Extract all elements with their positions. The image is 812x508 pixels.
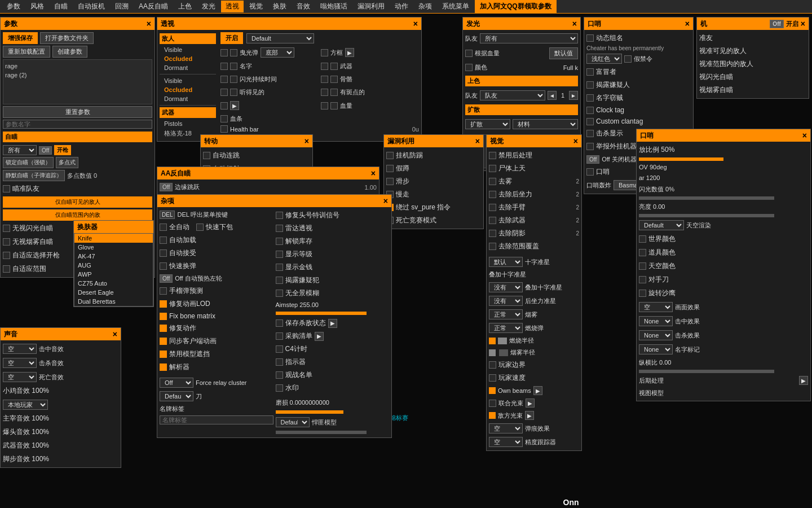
cb-removerange[interactable] [489,243,496,250]
menu-trigger[interactable]: 自动扳机 [73,1,109,12]
cb-slide[interactable] [386,178,394,185]
enemybeam-arrow[interactable]: ▶ [525,411,534,420]
panel-machine-close[interactable]: × [801,20,805,28]
cb-frame[interactable] [321,49,328,56]
jointbeam-arrow[interactable]: ▶ [526,398,535,408]
cb-autorange[interactable] [3,265,10,273]
cb-postprocess[interactable] [489,152,496,159]
menu-skin[interactable]: 换肤 [268,1,291,12]
cb-bone2[interactable] [330,76,338,83]
dropdown-default-misc[interactable]: Default [160,391,193,401]
cb-fake[interactable] [624,55,632,63]
dropdown-sleepmodel[interactable]: Default [276,417,310,427]
menu-action[interactable]: 动作 [390,1,413,12]
cb-glow-health[interactable] [465,50,473,57]
btn-open-params[interactable]: 打开参数文件夹 [40,32,94,44]
cb-bloodamt[interactable] [321,102,328,110]
cb-blood[interactable] [220,102,228,110]
toggle-autopreload[interactable]: Off [160,274,173,283]
cb-quickswap[interactable] [160,262,167,270]
cb-watermark[interactable] [276,384,283,392]
dropdown-tracer[interactable]: 空 [489,423,523,433]
skin-awp[interactable]: AWP [74,270,153,279]
cb-sky-color2[interactable] [639,262,646,270]
btn-lock-aim[interactable]: 锁定自瞄（强锁） [3,157,54,168]
cb-glow-color[interactable] [465,64,473,71]
cb-syncanim[interactable] [160,338,167,345]
cb-autorecv[interactable] [160,249,167,257]
cb-fakewalk[interactable] [386,165,394,172]
dropdown-screen[interactable]: 空 [639,302,673,312]
btn-next[interactable]: ► [569,91,578,100]
skin-aug[interactable]: AUG [74,261,153,270]
spread-dropdown[interactable]: 扩散 [465,119,510,129]
btn-aim-enemy[interactable]: 仅自瞄可见的敌人 [3,196,152,208]
cb-suspect[interactable] [586,81,594,89]
skin-cz75[interactable]: CZ75 Auto [74,279,153,288]
btn-del[interactable]: DEL [160,211,175,219]
cb-panorama[interactable] [276,290,283,297]
cb-fullauto[interactable] [160,224,167,231]
btn-save[interactable]: 增强保存 [3,32,38,44]
cb-bloodamt2[interactable] [330,102,338,110]
cb-hasdot[interactable] [321,89,328,96]
cb-aimteam[interactable] [3,185,10,192]
cb-fixhead[interactable] [276,212,283,219]
cb-name2[interactable] [230,63,237,70]
menu-style[interactable]: 风格 [26,1,48,12]
cb-unlockstore[interactable] [276,238,283,245]
nametag-input[interactable] [160,415,273,424]
cb-fixanim[interactable] [160,300,167,308]
toggle-off-aim[interactable]: Off [39,146,52,155]
cb-nosmoke[interactable] [3,238,10,246]
cb-sandstorm[interactable] [639,290,646,297]
dropdown-hit-sound[interactable]: 空 [3,344,37,354]
ratio-val-slider[interactable] [639,370,774,373]
cb-ragdoll[interactable] [489,165,496,172]
cb-showlevel[interactable] [276,251,283,258]
cb-report[interactable] [586,143,594,150]
cb-audible2[interactable] [230,89,237,96]
dropdown-kill-sound[interactable]: 空 [3,358,37,368]
dropdown-precision[interactable]: 空 [489,437,523,447]
cb-anticheat[interactable] [386,152,394,159]
cb-noflash[interactable] [3,225,10,232]
cb-autogun[interactable] [3,252,10,259]
cb-audible[interactable] [220,89,228,96]
brightness-slider[interactable] [639,214,774,217]
menu-sound[interactable]: 音效 [292,1,315,12]
cb-spectator[interactable] [276,371,283,379]
menu-params[interactable]: 参数 [2,1,25,12]
menu-aa[interactable]: AA反自瞄 [134,1,173,12]
savestate-arrow[interactable]: ▶ [328,319,337,328]
cb-joint-beam[interactable] [489,400,496,407]
skin-knife[interactable]: Knife [74,234,153,243]
cb-removeshadow[interactable] [489,230,496,237]
menu-visual[interactable]: 视觉 [245,1,267,12]
postprocess-arrow[interactable]: ▶ [799,376,808,385]
glow-team2-dropdown[interactable]: 队友 [480,90,545,100]
cb-autoload[interactable] [160,237,167,244]
cb-fixbone[interactable] [160,313,167,320]
toggle-aa[interactable]: Off [160,183,173,191]
dropdown-off[interactable]: Off [160,378,193,388]
cb-removebackforce[interactable] [489,191,496,198]
cb-defog[interactable] [489,178,496,185]
dropdown-kill-effect[interactable]: None [639,330,673,340]
menu-qq[interactable]: 加入阿文QQ群领取参数 [475,0,557,13]
skin-deagle[interactable]: Desert Eagle [74,288,153,297]
cb-showmoney[interactable] [276,264,283,271]
skin-glove[interactable]: Glove [74,243,153,252]
cb-fixaction[interactable] [160,325,167,332]
dropdown-bottom[interactable]: 底部 [261,47,294,58]
btn-glow-default[interactable]: 默认值 [549,47,578,59]
menu-wallhack[interactable]: 透视 [221,1,244,12]
cb-healthbar2[interactable] [220,125,228,133]
aimstep-slider[interactable] [276,312,367,315]
dropdown-crosshair[interactable]: 默认 [489,257,523,267]
cb-flash2[interactable] [230,49,237,56]
cb-radar[interactable] [276,225,283,232]
dropdown-local[interactable]: 本地玩家 [3,400,48,410]
cb-killdisplay[interactable] [586,130,594,137]
cb-prop-color[interactable] [639,249,646,256]
